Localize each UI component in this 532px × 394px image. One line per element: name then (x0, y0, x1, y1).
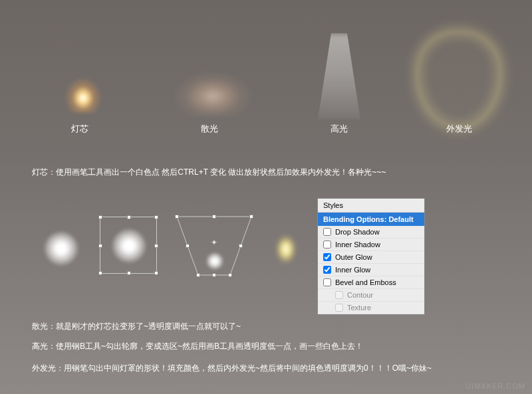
transform-handle[interactable] (98, 271, 102, 275)
yellow-glow (273, 230, 299, 268)
transform-handle[interactable] (212, 273, 216, 277)
style-checkbox[interactable] (323, 278, 331, 286)
description-highlight: 高光：使用钢B工具~勾出轮廓，变成选区~然后用画B工具画透明度低一点，画一些白色… (32, 340, 363, 353)
style-checkbox[interactable] (335, 291, 343, 299)
style-label: Inner Glow (335, 266, 370, 274)
transform-handle[interactable] (98, 215, 102, 219)
description-outerglow: 外发光：用钢笔勾出中间灯罩的形状！填充颜色，然后内外发光~然后将中间的填色透明度… (32, 362, 432, 375)
wick-glow-graphic (57, 53, 110, 113)
style-checkbox[interactable] (323, 241, 331, 248)
style-row-texture[interactable]: Texture (318, 302, 424, 314)
style-label: Contour (347, 291, 373, 299)
styles-panel-header: Styles (318, 199, 424, 213)
style-row-bevel-and-emboss[interactable]: Bevel and Emboss (318, 276, 424, 289)
style-checkbox[interactable] (323, 228, 331, 236)
outerglow-label: 外发光 (406, 123, 512, 135)
transform-handle[interactable] (127, 215, 131, 219)
transform-handle[interactable] (228, 273, 232, 277)
layer-styles-panel[interactable]: Styles Blending Options: Default Drop Sh… (317, 198, 425, 315)
mid-row: ✦ ✦ (27, 206, 532, 299)
warp-transform-group[interactable]: ✦ (174, 214, 254, 278)
transform-handle[interactable] (186, 244, 190, 248)
style-row-inner-shadow[interactable]: Inner Shadow (318, 239, 424, 251)
highlight-graphic (313, 33, 366, 120)
scatter-label: 散光 (156, 123, 263, 135)
yellow-glow-graphic (273, 230, 299, 268)
transform-handle[interactable] (196, 273, 200, 277)
samples-row: 灯芯 散光 高光 外发光 (0, 13, 532, 133)
glow-dot-graphic (44, 231, 78, 266)
description-wick: 灯芯：使用画笔工具画出一个白色点 然后CTRL+T 变化 做出放射状然后加效果内… (32, 166, 386, 179)
scatter-glow-graphic (163, 50, 263, 116)
style-row-outer-glow[interactable]: Outer Glow (318, 251, 424, 264)
blending-options-row[interactable]: Blending Options: Default (318, 213, 424, 226)
style-checkbox[interactable] (323, 266, 331, 274)
transform-handle[interactable] (239, 244, 243, 248)
transform-center-icon: ✦ (211, 238, 217, 247)
transform-handle[interactable] (127, 271, 131, 275)
style-row-drop-shadow[interactable]: Drop Shadow (318, 226, 424, 239)
style-row-inner-glow[interactable]: Inner Glow (318, 264, 424, 276)
outerglow-graphic (419, 33, 499, 126)
transform-handle[interactable] (249, 215, 253, 219)
style-label: Texture (347, 304, 371, 312)
style-label: Inner Shadow (335, 241, 380, 248)
style-row-contour[interactable]: Contour (318, 289, 424, 302)
glow-dot-graphic (206, 252, 223, 270)
transform-handle[interactable] (212, 215, 216, 219)
description-scatter: 散光：就是刚才的灯芯拉变形了~透明度调低一点就可以了~ (32, 320, 241, 333)
transform-handle[interactable] (154, 271, 158, 275)
glow-dot-graphic (112, 229, 146, 263)
style-label: Outer Glow (335, 253, 372, 261)
style-checkbox[interactable] (335, 304, 343, 312)
styles-list: Drop ShadowInner ShadowOuter GlowInner G… (318, 226, 424, 314)
style-label: Bevel and Emboss (335, 278, 396, 286)
wick-label: 灯芯 (33, 123, 126, 135)
transform-handle[interactable] (98, 244, 102, 248)
style-label: Drop Shadow (335, 228, 380, 236)
glow-dot-1 (44, 231, 78, 266)
style-checkbox[interactable] (323, 253, 331, 261)
highlight-label: 高光 (293, 123, 386, 135)
transform-handle[interactable] (154, 215, 158, 219)
transform-handle[interactable] (154, 244, 158, 248)
watermark: UIMAKER.COM (466, 382, 525, 390)
transform-handle[interactable] (175, 215, 179, 219)
